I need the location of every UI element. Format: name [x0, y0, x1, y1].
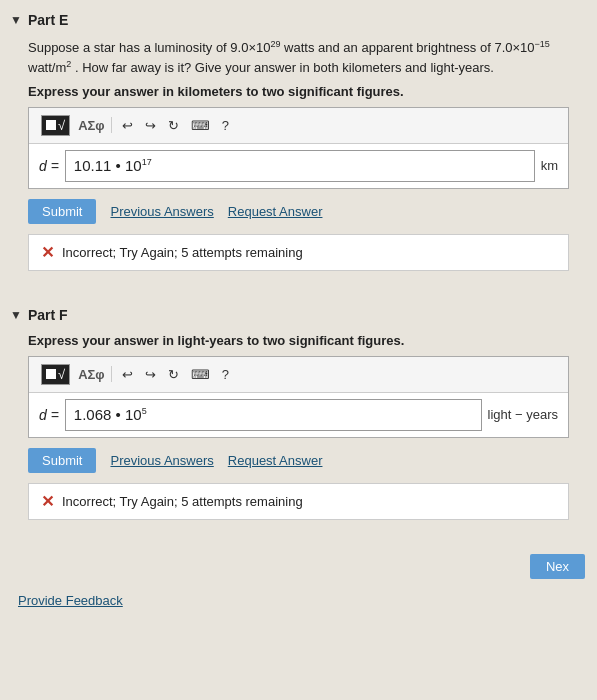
- part-e-aze-button[interactable]: AΣφ: [78, 118, 105, 133]
- part-e-problem-text: Suppose a star has a luminosity of 9.0×1…: [28, 38, 579, 78]
- bottom-nav: Nex: [0, 548, 597, 585]
- part-f-aze-button[interactable]: AΣφ: [78, 367, 105, 382]
- part-e-help-button[interactable]: ?: [218, 116, 233, 135]
- part-f-buttons-row: Submit Previous Answers Request Answer: [28, 448, 579, 473]
- part-f-d-label: d =: [39, 407, 59, 423]
- feedback-link[interactable]: Provide Feedback: [0, 585, 597, 616]
- part-e-math-row: d = 10.11 • 1017 km: [29, 144, 568, 188]
- part-e-power: 1017: [125, 157, 152, 174]
- sqrt-icon-f: √: [58, 367, 65, 382]
- part-f-input-value: 1.068: [74, 406, 112, 423]
- part-f-undo-button[interactable]: ↩: [118, 365, 137, 384]
- part-e-keyboard-button[interactable]: ⌨: [187, 116, 214, 135]
- part-e-title: Part E: [28, 12, 68, 28]
- part-e-buttons-row: Submit Previous Answers Request Answer: [28, 199, 579, 224]
- part-e-refresh-button[interactable]: ↻: [164, 116, 183, 135]
- toolbar-separator: [111, 117, 112, 133]
- part-f-refresh-button[interactable]: ↻: [164, 365, 183, 384]
- part-f-express-label: Express your answer in light-years to tw…: [28, 333, 579, 348]
- part-f-arrow[interactable]: ▼: [10, 308, 22, 322]
- part-e-arrow[interactable]: ▼: [10, 13, 22, 27]
- part-e-incorrect-text: Incorrect; Try Again; 5 attempts remaini…: [62, 245, 303, 260]
- part-f-toolbar: √ AΣφ ↩ ↪ ↻ ⌨ ?: [29, 357, 568, 393]
- part-f-redo-button[interactable]: ↪: [141, 365, 160, 384]
- part-e-previous-answers-button[interactable]: Previous Answers: [110, 204, 213, 219]
- part-f-header: ▼ Part F: [10, 307, 579, 323]
- part-e-undo-button[interactable]: ↩: [118, 116, 137, 135]
- part-e-redo-button[interactable]: ↪: [141, 116, 160, 135]
- part-e-x-icon: ✕: [41, 243, 54, 262]
- part-f-keyboard-button[interactable]: ⌨: [187, 365, 214, 384]
- part-f-input-area: √ AΣφ ↩ ↪ ↻ ⌨ ? d = 1.068 • 105 light − …: [28, 356, 569, 438]
- part-f-section: ▼ Part F Express your answer in light-ye…: [0, 295, 597, 544]
- part-e-format-icon[interactable]: √: [37, 113, 74, 138]
- part-f-math-input[interactable]: 1.068 • 105: [65, 399, 482, 431]
- part-f-bullet: •: [116, 406, 121, 423]
- part-e-section: ▼ Part E Suppose a star has a luminosity…: [0, 0, 597, 295]
- part-e-d-label: d =: [39, 158, 59, 174]
- part-f-power: 105: [125, 406, 147, 423]
- part-f-submit-button[interactable]: Submit: [28, 448, 96, 473]
- part-f-incorrect-text: Incorrect; Try Again; 5 attempts remaini…: [62, 494, 303, 509]
- part-f-incorrect-box: ✕ Incorrect; Try Again; 5 attempts remai…: [28, 483, 569, 520]
- sqrt-icon: √: [58, 118, 65, 133]
- part-f-x-icon: ✕: [41, 492, 54, 511]
- part-f-unit: light − years: [488, 407, 558, 422]
- part-f-math-row: d = 1.068 • 105 light − years: [29, 393, 568, 437]
- part-f-title: Part F: [28, 307, 68, 323]
- part-e-bullet: •: [116, 157, 121, 174]
- part-e-toolbar: √ AΣφ ↩ ↪ ↻ ⌨ ?: [29, 108, 568, 144]
- part-e-express-label: Express your answer in kilometers to two…: [28, 84, 579, 99]
- part-f-format-icon[interactable]: √: [37, 362, 74, 387]
- part-f-previous-answers-button[interactable]: Previous Answers: [110, 453, 213, 468]
- part-f-help-button[interactable]: ?: [218, 365, 233, 384]
- part-e-input-value: 10.11: [74, 157, 112, 174]
- part-e-incorrect-box: ✕ Incorrect; Try Again; 5 attempts remai…: [28, 234, 569, 271]
- part-e-unit: km: [541, 158, 558, 173]
- small-square-icon: [46, 120, 56, 130]
- part-f-request-answer-button[interactable]: Request Answer: [228, 453, 323, 468]
- part-e-submit-button[interactable]: Submit: [28, 199, 96, 224]
- part-e-math-input[interactable]: 10.11 • 1017: [65, 150, 535, 182]
- toolbar-separator-f: [111, 366, 112, 382]
- part-e-request-answer-button[interactable]: Request Answer: [228, 204, 323, 219]
- next-button[interactable]: Nex: [530, 554, 585, 579]
- part-e-input-area: √ AΣφ ↩ ↪ ↻ ⌨ ? d = 10.11 • 1017 km: [28, 107, 569, 189]
- part-e-header: ▼ Part E: [10, 12, 579, 28]
- small-square-icon-f: [46, 369, 56, 379]
